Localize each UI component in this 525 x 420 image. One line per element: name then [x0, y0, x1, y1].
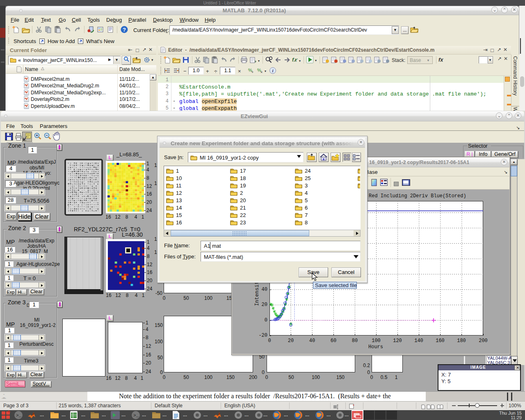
svg-text:>_: >_: [133, 413, 139, 418]
svg-text:?: ?: [123, 27, 126, 33]
svg-text:*: *: [353, 404, 354, 408]
svg-text:×: ×: [260, 70, 262, 74]
svg-text:>_: >_: [16, 413, 22, 418]
svg-text:+: +: [251, 70, 253, 74]
